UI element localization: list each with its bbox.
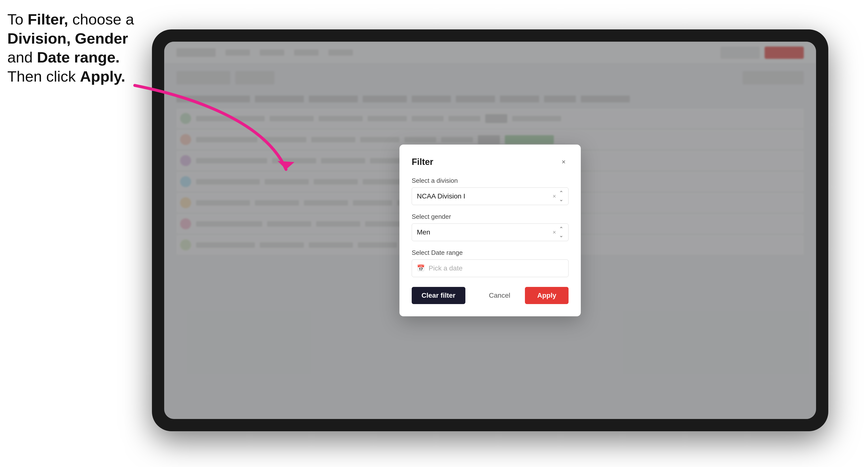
division-label: Select a division: [412, 177, 568, 185]
division-arrow-icon: ⌃⌄: [559, 190, 563, 203]
gender-clear-icon[interactable]: ×: [553, 229, 556, 236]
division-form-group: Select a division NCAA Division I × ⌃⌄: [412, 177, 568, 205]
modal-footer: Clear filter Cancel Apply: [412, 287, 568, 304]
division-clear-icon[interactable]: ×: [553, 193, 556, 200]
apply-button[interactable]: Apply: [525, 287, 568, 304]
modal-backdrop: Filter × Select a division NCAA Division…: [164, 42, 816, 419]
footer-right-actions: Cancel Apply: [479, 287, 568, 304]
gender-select[interactable]: Men × ⌃⌄: [412, 223, 568, 241]
date-input[interactable]: 📅 Pick a date: [412, 259, 568, 277]
date-label: Select Date range: [412, 249, 568, 256]
instruction-line1: To Filter, choose a: [7, 11, 134, 28]
filter-modal: Filter × Select a division NCAA Division…: [399, 145, 581, 316]
instruction-line4: Then click Apply.: [7, 68, 125, 85]
clear-filter-button[interactable]: Clear filter: [412, 287, 465, 304]
instruction-bold2: Division, Gender: [7, 30, 128, 47]
instruction-block: To Filter, choose a Division, Gender and…: [7, 10, 145, 86]
gender-value: Men: [417, 228, 430, 236]
gender-arrow-icon: ⌃⌄: [559, 226, 563, 239]
modal-header: Filter ×: [412, 157, 568, 167]
modal-close-button[interactable]: ×: [559, 157, 568, 167]
tablet-device: Filter × Select a division NCAA Division…: [152, 29, 828, 431]
date-placeholder: Pick a date: [429, 264, 463, 272]
tablet-screen: Filter × Select a division NCAA Division…: [164, 42, 816, 419]
date-form-group: Select Date range 📅 Pick a date: [412, 249, 568, 277]
cancel-button[interactable]: Cancel: [479, 287, 520, 304]
division-value: NCAA Division I: [417, 192, 465, 200]
division-controls: × ⌃⌄: [553, 190, 563, 203]
gender-label: Select gender: [412, 213, 568, 220]
instruction-line3: and Date range.: [7, 49, 120, 66]
gender-controls: × ⌃⌄: [553, 226, 563, 239]
calendar-icon: 📅: [417, 264, 425, 272]
modal-title: Filter: [412, 157, 433, 167]
gender-form-group: Select gender Men × ⌃⌄: [412, 213, 568, 241]
division-select[interactable]: NCAA Division I × ⌃⌄: [412, 187, 568, 205]
